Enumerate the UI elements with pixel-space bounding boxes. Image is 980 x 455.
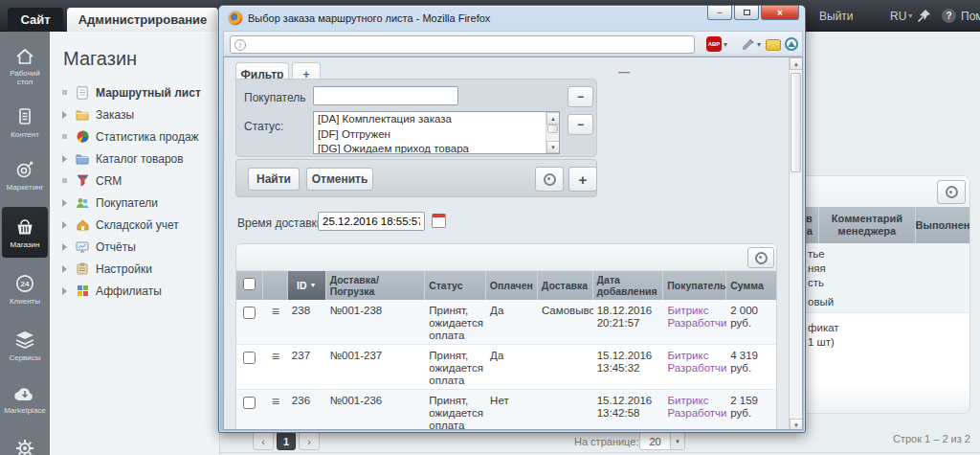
pin-icon[interactable] [917,9,931,27]
maximize-button[interactable] [734,6,759,20]
rail-item-desktop[interactable]: Рабочий стол [0,40,50,92]
menu-item-reports[interactable]: Отчёты [50,236,219,258]
language-selector[interactable]: RU ▾ [890,0,912,32]
row-checkbox[interactable] [243,352,256,364]
status-option[interactable]: [DA] Комплектация заказа [314,112,545,127]
rail-item-content[interactable]: Контент [0,100,50,145]
menu-item-shop-settings[interactable]: Настройки [50,258,219,280]
chevron-down-icon: ▾ [757,40,761,49]
status-option[interactable]: [DG] Ожидаем приход товара [314,142,545,154]
logout-link[interactable]: Выйти [819,0,854,32]
cell-sum: 2 159 руб. [726,390,776,430]
menu-item-orders[interactable]: Заказы [50,103,219,125]
status-listbox[interactable]: [DA] Комплектация заказа [DF] Отгружен [… [313,111,560,154]
browser-toolbar: i ABP ▾ ▾ [223,31,803,57]
add-filter-field-button[interactable]: + [568,167,597,192]
menu-item-warehouse[interactable]: Складской учет [50,214,219,236]
icon-rail: Рабочий стол Контент Маркетинг Магазин 2… [0,32,50,455]
row-checkbox[interactable] [243,397,256,409]
rail-item-marketplace[interactable]: Marketplace [0,377,50,421]
menu-item-route-sheet[interactable]: Маршрутный лист [50,81,219,103]
listbox-scrollbar[interactable]: ▲ ▼ [546,112,559,153]
select-all-checkbox[interactable] [243,278,256,290]
help-link[interactable]: ? Помощь [942,0,980,32]
warehouse-icon [75,218,90,232]
table-row[interactable]: ≡ 237 №001-237 Принят, ожидается оплата … [236,345,776,390]
delivery-time-input[interactable] [318,212,425,231]
filter-settings-button[interactable] [535,167,564,192]
per-page-select[interactable]: 20 ▾ [639,432,685,450]
column-header-buyer[interactable]: Покупатель [663,271,726,300]
cell-status: Принят, ожидается оплата [425,345,486,389]
status-option[interactable]: [DF] Отгружен [314,127,545,143]
rail-item-marketing[interactable]: Маркетинг [0,152,50,197]
scroll-up-icon[interactable]: ▲ [546,112,560,125]
page-next-button[interactable]: › [299,432,320,450]
layers-icon [13,330,36,351]
filter-collapse-icon[interactable]: — [618,65,630,79]
buyer-link[interactable]: Битрикс Разработчик [667,395,726,419]
home-icon [14,47,35,66]
minimize-button[interactable]: – [707,6,732,20]
tab-administration[interactable]: Администрирование [67,8,218,32]
find-button[interactable]: Найти [248,168,300,191]
background-grid-settings-button[interactable] [937,180,966,204]
notes-icon[interactable] [766,39,781,51]
column-header-id[interactable]: ID ▼ [288,271,326,300]
adblock-icon[interactable]: ABP ▾ [706,36,727,52]
row-menu-icon[interactable]: ≡ [272,352,279,361]
column-header-manager-comment[interactable]: Комментарий менеджера [819,207,916,243]
row-menu-icon[interactable]: ≡ [272,397,279,406]
row-checkbox[interactable] [243,307,256,319]
scroll-down-icon[interactable]: ▼ [546,141,560,153]
rail-item-clients[interactable]: 24 Клиенты [0,266,50,311]
menu-item-catalog[interactable]: Каталог товаров [50,148,219,170]
page-number-current[interactable]: 1 [277,432,296,450]
cancel-button[interactable]: Отменить [306,168,373,191]
extension-icon[interactable]: ▾ [741,38,761,51]
grid-settings-button[interactable] [747,247,774,268]
row-menu-icon[interactable]: ≡ [272,307,279,316]
column-header-status[interactable]: Статус [425,271,486,300]
menu-item-sales-stats[interactable]: Статистика продаж [50,125,219,148]
remove-status-filter-button[interactable]: − [568,114,593,135]
expand-arrow-icon [62,155,67,163]
buyer-input[interactable] [313,86,458,105]
expand-arrow-icon [62,221,67,229]
column-header-delivery-load[interactable]: Доставка/Погрузка [326,271,426,300]
calendar-icon[interactable] [432,214,446,228]
scrollbar-thumb[interactable] [547,125,558,133]
popup-scrollbar[interactable]: ▲ ▼ [789,57,802,430]
address-bar[interactable]: i [230,35,695,54]
address-input[interactable] [250,37,694,52]
table-row[interactable]: ≡ 238 №001-238 Принят, ожидается оплата … [236,300,776,345]
window-titlebar[interactable]: Выбор заказа маршрутного листа - Mozilla… [229,11,490,25]
column-header-date-added[interactable]: Дата добавления [593,271,664,300]
page-prev-button[interactable]: ‹ [253,432,274,450]
info-icon[interactable]: i [234,39,246,51]
menu-item-buyers[interactable]: Покупатели [50,192,219,214]
close-button[interactable]: × [761,6,799,20]
column-header-delivery[interactable]: Доставка [538,271,593,300]
cell-sum: 2 000 руб. [726,300,776,344]
scrollbar-thumb[interactable] [791,73,801,172]
proxy-icon[interactable] [785,37,798,51]
remove-buyer-filter-button[interactable]: − [568,86,593,107]
buyer-link[interactable]: Битрикс Разработчик [667,350,726,374]
scroll-down-icon[interactable]: ▼ [790,419,803,430]
rail-item-settings[interactable]: Настройки [0,430,50,455]
scroll-up-icon[interactable]: ▲ [790,57,803,70]
rail-item-services[interactable]: Сервисы [0,323,50,368]
rail-item-shop[interactable]: Магазин [2,207,48,258]
menu-item-affiliates[interactable]: Аффилиаты [50,280,219,302]
tab-site[interactable]: Сайт [8,8,63,32]
column-header-done[interactable]: Выполнен [916,207,969,243]
buyer-link[interactable]: Битрикс Разработчик [667,305,726,329]
chevron-down-icon: ▾ [908,11,912,20]
buyers-icon [75,196,90,210]
table-row[interactable]: ≡ 236 №001-236 Принят, ожидается оплата … [236,390,776,430]
column-header-paid[interactable]: Оплачен [486,271,538,300]
column-header-sum[interactable]: Сумма [726,271,776,300]
screen: Сайт Администрирование Выйти RU ▾ ? Помо… [0,0,980,455]
menu-item-crm[interactable]: CRM [50,170,219,192]
